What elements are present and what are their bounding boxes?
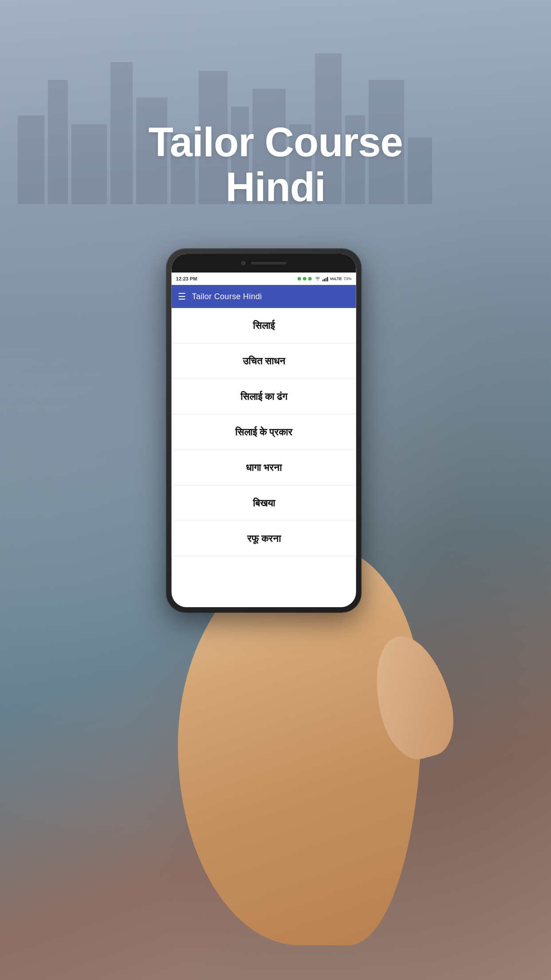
menu-item-text-7: रफू करना	[247, 533, 281, 545]
camera-dot	[241, 261, 246, 265]
phone-device: 12:23 PM	[166, 249, 362, 612]
menu-item-text-5: धागा भरना	[246, 462, 282, 474]
menu-item-text-4: सिलाई के प्रकार	[235, 427, 292, 438]
status-right: VoLTE 73%	[297, 276, 351, 281]
status-time: 12:23 PM	[176, 276, 197, 281]
notif-dot-3	[308, 277, 311, 281]
menu-item-silai[interactable]: सिलाई	[172, 308, 356, 344]
menu-item-text-3: सिलाई का ढंग	[240, 391, 287, 403]
phone-outer: 12:23 PM	[166, 249, 362, 612]
hand-phone-area: 12:23 PM	[120, 235, 431, 945]
menu-item-dhaga-bharna[interactable]: धागा भरना	[172, 450, 356, 486]
volte-text: VoLTE	[330, 277, 342, 281]
menu-item-text-1: सिलाई	[253, 320, 275, 332]
menu-item-silai-prakar[interactable]: सिलाई के प्रकार	[172, 415, 356, 450]
notif-dot-1	[297, 277, 301, 281]
page-title-area: Tailor Course Hindi	[0, 120, 551, 209]
status-bar: 12:23 PM	[172, 273, 356, 285]
app-header: ☰ Tailor Course Hindi	[172, 285, 356, 308]
hamburger-icon[interactable]: ☰	[178, 291, 186, 302]
menu-item-silai-dhang[interactable]: सिलाई का ढंग	[172, 379, 356, 415]
app-header-title: Tailor Course Hindi	[192, 292, 262, 301]
phone-top-bar	[172, 254, 356, 273]
menu-item-bikhya[interactable]: बिखया	[172, 486, 356, 521]
menu-item-text-6: बिखया	[253, 498, 275, 509]
phone-inner: 12:23 PM	[172, 254, 356, 607]
menu-list: सिलाई उचित साधन सिलाई का ढंग सिलाई के प्…	[172, 308, 356, 557]
battery-percent: 73%	[344, 277, 352, 281]
title-line1: Tailor Course	[148, 119, 402, 165]
speaker-bar	[251, 262, 287, 265]
wifi-icon	[315, 276, 320, 281]
title-line2: Hindi	[226, 164, 326, 209]
signal-bars	[322, 276, 328, 281]
menu-item-text-2: उचित साधन	[243, 356, 285, 367]
menu-item-rafu-karna[interactable]: रफू करना	[172, 521, 356, 557]
notif-dot-2	[303, 277, 306, 281]
page-title: Tailor Course Hindi	[0, 120, 551, 209]
menu-item-uchit-sadhan[interactable]: उचित साधन	[172, 344, 356, 379]
